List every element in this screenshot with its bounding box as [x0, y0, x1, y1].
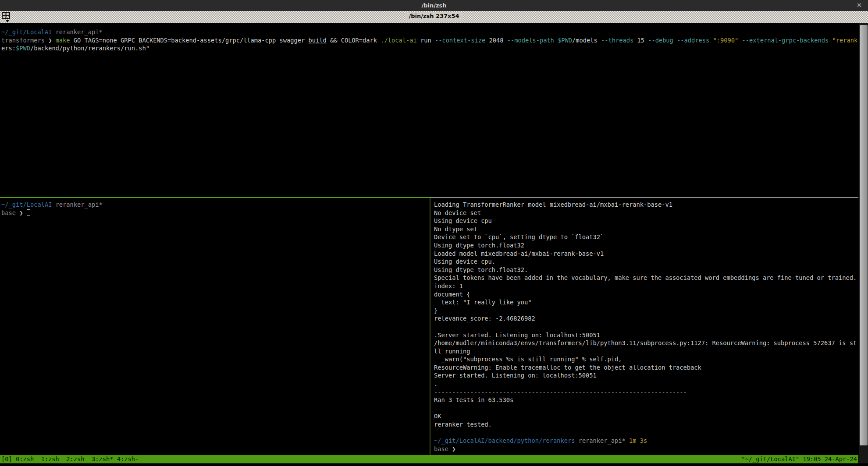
pane-border-horizontal-active — [0, 197, 430, 198]
terminal-line: _warn("subprocess %s is still running" %… — [434, 355, 857, 364]
terminal-line: OK — [434, 412, 857, 420]
terminal-line: Using device cpu. — [434, 258, 857, 266]
terminal-line: ~/_git/LocalAI reranker_api* — [1, 28, 857, 36]
pane-bottom-right[interactable]: Loading TransformerRanker model mixedbre… — [434, 201, 857, 454]
pane-border-horizontal-inactive — [430, 197, 858, 198]
terminal-line: No dtype set — [434, 225, 857, 233]
terminal-line: Using device cpu — [434, 217, 857, 225]
pane-border-vertical — [430, 198, 430, 455]
terminal-line: ~/_git/LocalAI/backend/python/rerankers … — [434, 437, 857, 445]
terminal-line: index: 1 — [434, 282, 857, 290]
terminal-line: ----------------------------------------… — [434, 388, 857, 396]
terminal-line: text: "I really like you" — [434, 298, 857, 307]
terminal-line: transformers ❯ make GO_TAGS=none GRPC_BA… — [1, 36, 857, 45]
tmux-window-list[interactable]: [0] 0:zsh 1:zsh 2:zsh 3:zsh* 4:zsh- — [1, 455, 139, 463]
window-grid-glyph — [1, 11, 13, 23]
terminal-line: .Server started. Listening on: localhost… — [434, 331, 857, 339]
tmux-status-right: "~/_git/LocalAI" 19:05 24-Apr-24 — [741, 455, 857, 463]
terminal-line: base ❯ — [434, 445, 857, 453]
terminal-line: /home/mudler/miniconda3/envs/transformer… — [434, 339, 857, 347]
scrollbar-thumb[interactable] — [860, 25, 868, 445]
terminal-content: ~/_git/LocalAI reranker_api*transformers… — [0, 23, 858, 466]
inner-titlebar: /bin/zsh 237x54 — [0, 11, 868, 23]
terminal-line: No device set — [434, 209, 857, 217]
window-title: /bin/zsh — [421, 2, 446, 9]
terminal-line: base ❯ — [1, 209, 427, 217]
terminal-line: ll running — [434, 347, 857, 356]
terminal-size-label: /bin/zsh 237x54 — [405, 12, 462, 21]
terminal-line: . — [434, 380, 857, 388]
terminal-line: Device set to `cpu`, setting dtype to `f… — [434, 233, 857, 241]
terminal-line: ers:$PWD/backend/python/rerankers/run.sh… — [1, 44, 857, 53]
pane-top[interactable]: ~/_git/LocalAI reranker_api*transformers… — [1, 28, 857, 196]
window-titlebar: /bin/zsh ✕ — [0, 0, 868, 11]
window-menu-icon[interactable] — [1, 11, 13, 23]
terminal-line — [434, 404, 857, 413]
bottom-strip — [0, 463, 868, 466]
terminal-line: ~/_git/LocalAI reranker_api* — [1, 201, 427, 209]
terminal-line: Using dtype torch.float32 — [434, 241, 857, 250]
terminal-line: relevance_score: -2.46826982 — [434, 314, 857, 323]
terminal-line: Loaded model mixedbread-ai/mxbai-rerank-… — [434, 250, 857, 258]
terminal-line: Ran 3 tests in 63.530s — [434, 396, 857, 404]
terminal-line: reranker tested. — [434, 420, 857, 429]
terminal-line: Special tokens have been added in the vo… — [434, 274, 857, 282]
close-icon[interactable]: ✕ — [855, 1, 864, 9]
terminal-line: Loading TransformerRanker model mixedbre… — [434, 201, 857, 209]
terminal-line: Using dtype torch.float32. — [434, 266, 857, 274]
terminal-line: ResourceWarning: Enable tracemalloc to g… — [434, 364, 857, 372]
terminal-cursor — [27, 209, 30, 216]
pane-bottom-left[interactable]: ~/_git/LocalAI reranker_api*base ❯ — [1, 201, 427, 454]
tmux-status-bar: [0] 0:zsh 1:zsh 2:zsh 3:zsh* 4:zsh- "~/_… — [0, 455, 858, 463]
terminal-line: Server started. Listening on: localhost:… — [434, 371, 857, 380]
terminal-window: /bin/zsh ✕ /bin/zsh 237x54 ~/_git/LocalA… — [0, 0, 868, 466]
scrollbar-track[interactable] — [858, 23, 868, 466]
terminal-line — [434, 323, 857, 331]
terminal-line — [434, 429, 857, 437]
terminal-line: } — [434, 307, 857, 315]
terminal-line: document { — [434, 290, 857, 299]
